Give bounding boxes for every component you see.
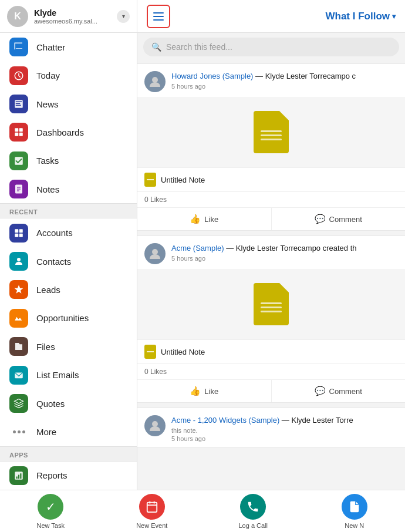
user-org: awesomeos6.my.sal... xyxy=(34,18,111,25)
sidebar-item-list-emails[interactable]: List Emails xyxy=(0,361,137,389)
recent-section-header: RECENT xyxy=(0,203,137,218)
actions-row-1: 👍 Like 💬 Comment xyxy=(137,207,405,230)
bottom-bar: ✓ New Task New Event Log a Call New N xyxy=(0,490,405,532)
post-meta-2: Acme (Sample) — Klyde Lester Torrecampo … xyxy=(171,243,398,262)
sidebar-label-today: Today xyxy=(36,70,60,80)
user-dropdown-button[interactable]: ▾ xyxy=(117,10,130,23)
actions-row-2: 👍 Like 💬 Comment xyxy=(137,379,405,402)
sidebar-label-leads: Leads xyxy=(36,285,60,295)
sidebar-label-quotes: Quotes xyxy=(36,399,65,409)
news-icon xyxy=(9,95,28,113)
sidebar-label-files: Files xyxy=(36,342,55,352)
svg-rect-4 xyxy=(16,105,21,106)
post-header-2: Acme (Sample) — Klyde Lester Torrecampo … xyxy=(137,236,405,269)
post-time-1: 5 hours ago xyxy=(171,83,398,90)
quotes-icon xyxy=(9,394,28,413)
tasks-icon xyxy=(9,151,28,170)
search-placeholder: Search this feed... xyxy=(166,42,232,52)
note-label-row-1: Untitled Note xyxy=(137,167,405,191)
svg-point-27 xyxy=(152,421,158,427)
sidebar-item-contacts[interactable]: Contacts xyxy=(0,247,137,275)
avatar: K xyxy=(7,6,28,27)
post-attachment-1 xyxy=(137,97,405,167)
note-label-text-1: Untitled Note xyxy=(161,176,205,184)
contacts-icon xyxy=(9,252,28,271)
post-header-1: Howard Jones (Sample) — Klyde Lester Tor… xyxy=(137,64,405,97)
svg-rect-15 xyxy=(19,229,23,233)
sidebar-label-more: More xyxy=(36,427,56,437)
like-button-1[interactable]: 👍 Like xyxy=(137,208,272,230)
bottom-tab-label-new-task: New Task xyxy=(37,522,65,529)
feed-panel: 🔍 Search this feed... Howard Jones (Samp… xyxy=(137,33,405,490)
bottom-tab-label-new-n: New N xyxy=(345,522,364,529)
sidebar-item-today[interactable]: Today xyxy=(0,61,137,89)
bottom-tab-new-task[interactable]: ✓ New Task xyxy=(0,490,102,532)
post-avatar-1 xyxy=(144,71,166,92)
sidebar-item-accounts[interactable]: Accounts xyxy=(0,218,137,247)
sidebar-item-dashboards[interactable]: Dashboards xyxy=(0,118,137,146)
menu-button[interactable] xyxy=(147,5,170,28)
post-title-1: Howard Jones (Sample) — Klyde Lester Tor… xyxy=(171,71,398,82)
post-meta-1: Howard Jones (Sample) — Klyde Lester Tor… xyxy=(171,71,398,90)
svg-rect-8 xyxy=(19,133,23,136)
sidebar-label-chatter: Chatter xyxy=(36,42,65,52)
search-icon: 🔍 xyxy=(151,42,161,52)
sidebar-label-reports: Reports xyxy=(36,470,68,480)
bottom-tab-new-n[interactable]: New N xyxy=(304,490,406,532)
svg-rect-23 xyxy=(18,474,19,479)
note-label-text-2: Untitled Note xyxy=(161,348,205,356)
sidebar-item-files[interactable]: Files xyxy=(0,332,137,361)
feed-post-3: Acme - 1,200 Widgets (Sample) — Klyde Le… xyxy=(137,408,405,447)
svg-point-18 xyxy=(17,258,21,261)
leads-icon xyxy=(9,280,28,299)
what-i-follow-arrow: ▾ xyxy=(392,12,396,21)
post-avatar-3 xyxy=(144,415,166,436)
sidebar-item-tasks[interactable]: Tasks xyxy=(0,147,137,175)
post-attachment-2 xyxy=(137,269,405,339)
sidebar-label-contacts: Contacts xyxy=(36,257,71,267)
sidebar: Chatter Today News Dashboards Tasks xyxy=(0,33,137,490)
sidebar-item-more[interactable]: More xyxy=(0,417,137,446)
search-bar[interactable]: 🔍 Search this feed... xyxy=(143,38,399,56)
post-time-2: 5 hours ago xyxy=(171,255,398,262)
post-meta-3: Acme - 1,200 Widgets (Sample) — Klyde Le… xyxy=(171,415,398,442)
post-title-2: Acme (Sample) — Klyde Lester Torrecampo … xyxy=(171,243,398,254)
svg-point-25 xyxy=(152,77,158,83)
bottom-tab-new-event[interactable]: New Event xyxy=(102,490,203,532)
header-right: What I Follow ▾ xyxy=(137,5,405,28)
opportunities-icon xyxy=(9,309,28,328)
note-file-icon-1 xyxy=(254,111,289,153)
accounts-icon xyxy=(9,224,28,243)
sidebar-item-news[interactable]: News xyxy=(0,90,137,118)
like-button-2[interactable]: 👍 Like xyxy=(137,380,272,402)
user-section[interactable]: K Klyde awesomeos6.my.sal... ▾ xyxy=(0,0,137,32)
sidebar-label-list-emails: List Emails xyxy=(36,370,79,380)
post-title-3: Acme - 1,200 Widgets (Sample) — Klyde Le… xyxy=(171,415,398,426)
sidebar-item-notes[interactable]: Notes xyxy=(0,175,137,203)
sidebar-item-leads[interactable]: Leads xyxy=(0,275,137,304)
svg-rect-14 xyxy=(15,229,18,233)
svg-rect-22 xyxy=(16,476,18,479)
sidebar-label-accounts: Accounts xyxy=(36,228,73,238)
sidebar-item-chatter[interactable]: Chatter xyxy=(0,33,137,61)
sidebar-label-dashboards: Dashboards xyxy=(36,127,84,137)
new-event-icon xyxy=(139,494,165,520)
post-header-3: Acme - 1,200 Widgets (Sample) — Klyde Le… xyxy=(137,408,405,447)
sidebar-item-reports[interactable]: Reports xyxy=(0,462,137,490)
note-file-icon-2 xyxy=(254,283,289,325)
sidebar-label-opportunities: Opportunities xyxy=(36,313,89,323)
main-content: Chatter Today News Dashboards Tasks xyxy=(0,33,405,490)
chatter-icon xyxy=(9,38,28,56)
comment-icon-2: 💬 xyxy=(315,386,326,396)
bottom-tab-label-log-call: Log a Call xyxy=(238,522,268,529)
svg-rect-5 xyxy=(15,129,18,132)
svg-rect-17 xyxy=(19,233,23,237)
svg-rect-7 xyxy=(15,133,18,136)
comment-button-1[interactable]: 💬 Comment xyxy=(272,208,406,230)
comment-button-2[interactable]: 💬 Comment xyxy=(272,380,406,402)
svg-rect-3 xyxy=(16,103,21,105)
what-i-follow-button[interactable]: What I Follow ▾ xyxy=(325,11,396,22)
sidebar-item-opportunities[interactable]: Opportunities xyxy=(0,304,137,332)
bottom-tab-log-call[interactable]: Log a Call xyxy=(203,490,304,532)
sidebar-item-quotes[interactable]: Quotes xyxy=(0,389,137,417)
